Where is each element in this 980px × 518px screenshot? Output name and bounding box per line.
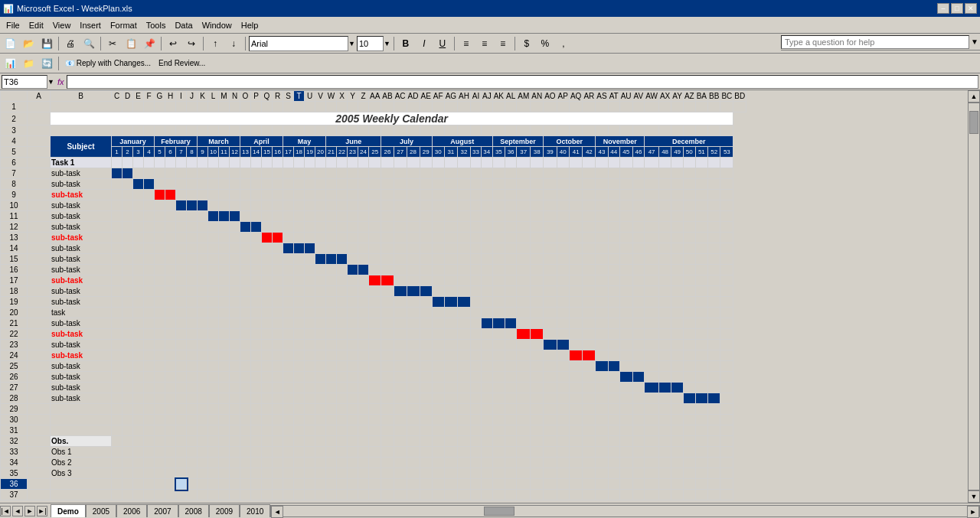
week-cell[interactable] [176,340,187,350]
empty-cell[interactable] [720,125,733,136]
empty-cell[interactable] [481,415,492,425]
cell-reference[interactable] [2,75,47,89]
week-cell[interactable] [381,297,394,308]
week-cell[interactable] [112,340,122,350]
week-cell[interactable] [557,383,569,393]
week-cell[interactable] [208,383,219,393]
week-cell[interactable] [358,383,369,393]
obs-cell[interactable] [420,447,432,458]
obs-cell[interactable] [544,468,557,479]
week-cell[interactable] [544,265,557,275]
week-cell[interactable] [165,179,176,190]
obs-cell[interactable] [569,458,582,468]
week-cell[interactable] [420,265,432,275]
week-cell[interactable] [569,350,582,361]
week-cell[interactable] [315,350,326,361]
week-cell[interactable] [492,233,505,243]
week-cell[interactable] [219,297,230,308]
col-AC[interactable]: AC [394,91,407,102]
task-cell[interactable] [283,158,294,168]
week-cell[interactable] [531,329,544,340]
selected-cell[interactable] [176,479,187,490]
empty-cell[interactable] [557,436,569,447]
week-cell[interactable] [458,361,471,372]
week-cell[interactable] [305,372,315,383]
week-cell[interactable] [720,361,733,372]
empty-cell[interactable] [583,415,596,425]
week-cell[interactable] [358,200,369,211]
week-cell[interactable] [458,340,471,350]
week-cell[interactable] [608,372,619,383]
week-cell[interactable] [394,340,407,350]
col-K[interactable]: K [198,91,208,102]
obs-cell[interactable] [240,447,251,458]
empty-cell[interactable] [198,425,208,436]
week-cell[interactable] [122,297,133,308]
week-cell[interactable] [695,211,707,222]
empty-cell[interactable] [492,102,505,112]
empty-cell[interactable] [481,125,492,136]
week-cell[interactable] [407,254,420,265]
week-cell[interactable] [294,222,305,233]
week-cell[interactable] [444,372,457,383]
week-cell[interactable] [187,222,198,233]
week-cell[interactable] [326,190,337,200]
week-cell[interactable] [470,383,481,393]
week-cell[interactable] [176,350,187,361]
cell-A29[interactable] [28,404,51,415]
week-cell[interactable] [632,393,645,404]
empty-cell[interactable] [262,490,273,500]
empty-cell[interactable] [394,490,407,500]
week-cell[interactable] [444,200,457,211]
empty-cell[interactable] [407,125,420,136]
task-cell[interactable] [219,158,230,168]
empty-cell[interactable] [658,425,671,436]
empty-cell[interactable] [122,415,133,425]
obs-cell[interactable] [251,458,262,468]
empty-cell[interactable] [505,436,517,447]
empty-cell[interactable] [608,436,619,447]
week-cell[interactable] [583,168,596,179]
week-cell[interactable] [155,275,165,286]
empty-cell[interactable] [695,490,707,500]
obs-cell[interactable] [596,468,608,479]
obs-cell[interactable] [369,458,381,468]
cell-A35[interactable] [28,468,51,479]
week-cell[interactable] [492,393,505,404]
week-cell[interactable] [695,233,707,243]
week-cell[interactable] [283,286,294,297]
col-Q[interactable]: Q [262,91,273,102]
week-cell[interactable] [531,233,544,243]
week-cell[interactable] [348,350,358,361]
week-cell[interactable] [481,233,492,243]
empty-cell[interactable] [658,102,671,112]
week-cell[interactable] [219,190,230,200]
week-cell[interactable] [337,200,348,211]
week-cell[interactable] [112,265,122,275]
week-cell[interactable] [187,211,198,222]
week-cell[interactable] [517,361,531,372]
week-cell[interactable] [326,275,337,286]
week-cell[interactable] [122,179,133,190]
week-cell[interactable] [458,179,471,190]
week-cell[interactable] [481,286,492,297]
week-cell[interactable] [283,275,294,286]
week-cell[interactable] [165,350,176,361]
obs-cell[interactable] [208,447,219,458]
week-cell[interactable] [557,233,569,243]
week-cell[interactable] [208,372,219,383]
week-cell[interactable] [394,265,407,275]
week-cell[interactable] [112,190,122,200]
week-cell[interactable] [596,275,608,286]
empty-cell[interactable] [283,102,294,112]
week-cell[interactable] [165,254,176,265]
col-BB[interactable]: BB [708,91,720,102]
week-cell[interactable] [294,383,305,393]
week-cell[interactable] [133,393,144,404]
week-cell[interactable] [187,233,198,243]
week-cell[interactable] [544,393,557,404]
week-cell[interactable] [596,318,608,329]
week-cell[interactable] [187,479,198,490]
week-cell[interactable] [583,297,596,308]
week-cell[interactable] [155,168,165,179]
